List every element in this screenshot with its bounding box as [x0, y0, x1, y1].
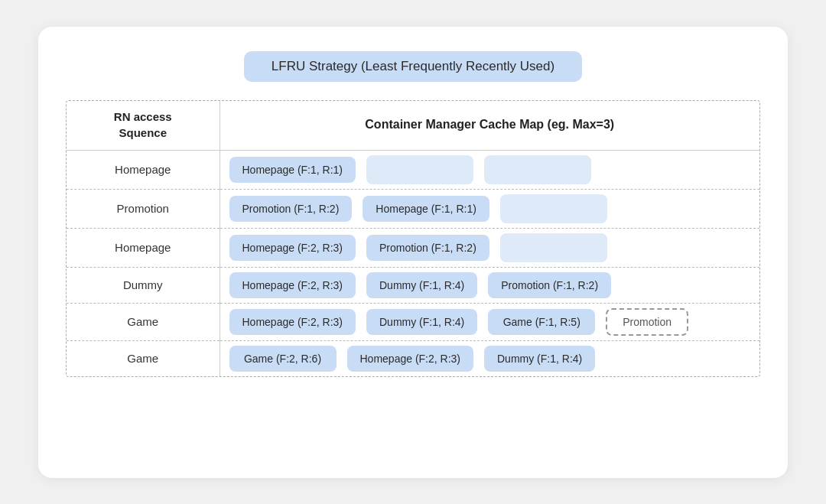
- cache-item: Homepage (F:2, R:3): [347, 346, 474, 372]
- diagram-card: LFRU Strategy (Least Frequently Recently…: [38, 27, 788, 478]
- cache-cells-td: Homepage (F:1, R:1): [220, 150, 759, 189]
- table-row: PromotionPromotion (F:1, R:2)Homepage (F…: [67, 189, 759, 228]
- table-row: HomepageHomepage (F:2, R:3)Promotion (F:…: [67, 228, 759, 267]
- cache-cells-td: Homepage (F:2, R:3)Dummy (F:1, R:4)Game …: [220, 303, 759, 340]
- rn-cell: Homepage: [67, 150, 220, 189]
- table-row: GameGame (F:2, R:6)Homepage (F:2, R:3)Du…: [67, 340, 759, 376]
- cache-item: Game (F:2, R:6): [229, 346, 337, 372]
- table-row: GameHomepage (F:2, R:3)Dummy (F:1, R:4)G…: [67, 303, 759, 340]
- cache-item: Homepage (F:1, R:1): [363, 196, 489, 222]
- rn-cell: Dummy: [67, 267, 220, 303]
- rn-header: RN access Squence: [67, 101, 220, 151]
- cache-item: [500, 233, 607, 262]
- cache-item: Homepage (F:2, R:3): [229, 272, 356, 298]
- cache-item: Dummy (F:1, R:4): [366, 272, 477, 298]
- cache-item: Promotion (F:1, R:2): [366, 235, 489, 261]
- cache-cells-td: Homepage (F:2, R:3)Promotion (F:1, R:2): [220, 228, 759, 267]
- cache-item: [366, 155, 473, 184]
- cache-cells-td: Homepage (F:2, R:3)Dummy (F:1, R:4)Promo…: [220, 267, 759, 303]
- table-row: HomepageHomepage (F:1, R:1): [67, 150, 759, 189]
- cache-item: Dummy (F:1, R:4): [366, 309, 477, 335]
- cache-item: Promotion (F:1, R:2): [488, 272, 611, 298]
- cache-item: Homepage (F:1, R:1): [229, 157, 356, 183]
- cache-row-cells: Homepage (F:2, R:3)Promotion (F:1, R:2): [220, 229, 760, 267]
- cache-row-cells: Promotion (F:1, R:2)Homepage (F:1, R:1): [220, 190, 760, 228]
- cache-item: Dummy (F:1, R:4): [484, 346, 595, 372]
- cache-table-wrapper: RN access Squence Container Manager Cach…: [66, 100, 760, 377]
- cache-cells-td: Promotion (F:1, R:2)Homepage (F:1, R:1): [220, 189, 759, 228]
- rn-cell: Promotion: [67, 189, 220, 228]
- table-header-row: RN access Squence Container Manager Cach…: [67, 101, 759, 151]
- strategy-title: LFRU Strategy (Least Frequently Recently…: [244, 51, 582, 82]
- cache-item: Homepage (F:2, R:3): [229, 309, 356, 335]
- rn-cell: Game: [67, 303, 220, 340]
- cache-item: Game (F:1, R:5): [488, 309, 595, 335]
- cache-item: [500, 194, 607, 223]
- cache-map-header: Container Manager Cache Map (eg. Max=3): [220, 101, 759, 151]
- cache-item: Homepage (F:2, R:3): [229, 235, 356, 261]
- cache-item: [484, 155, 591, 184]
- cache-row-cells: Homepage (F:1, R:1): [220, 151, 760, 189]
- rn-cell: Game: [67, 340, 220, 376]
- cache-row-cells: Game (F:2, R:6)Homepage (F:2, R:3)Dummy …: [220, 341, 760, 376]
- cache-row-cells: Homepage (F:2, R:3)Dummy (F:1, R:4)Promo…: [220, 268, 760, 303]
- rn-cell: Homepage: [67, 228, 220, 267]
- table-row: DummyHomepage (F:2, R:3)Dummy (F:1, R:4)…: [67, 267, 759, 303]
- cache-cells-td: Game (F:2, R:6)Homepage (F:2, R:3)Dummy …: [220, 340, 759, 376]
- cache-table: RN access Squence Container Manager Cach…: [67, 101, 759, 376]
- evicted-item: Promotion: [606, 308, 688, 336]
- cache-row-cells: Homepage (F:2, R:3)Dummy (F:1, R:4)Game …: [220, 304, 760, 340]
- cache-item: Promotion (F:1, R:2): [229, 196, 353, 222]
